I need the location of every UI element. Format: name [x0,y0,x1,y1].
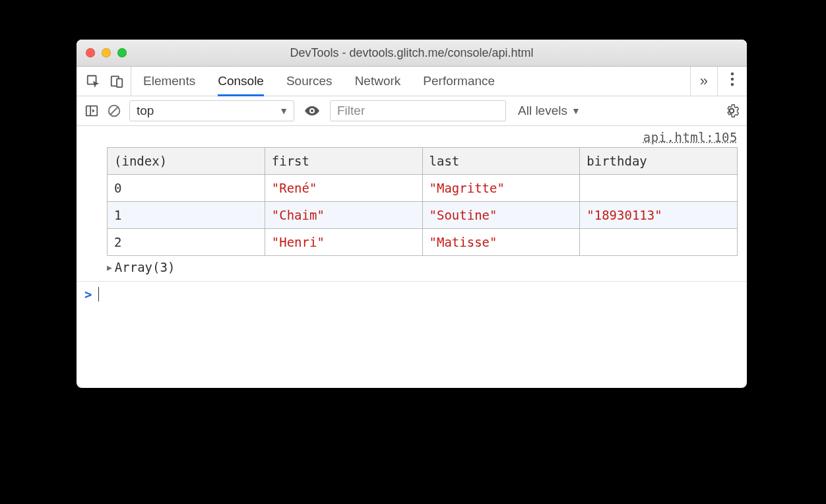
devtools-window: DevTools - devtools.glitch.me/console/ap… [77,40,747,388]
cell-last: "Magritte" [422,175,580,202]
table-row[interactable]: 0 "René" "Magritte" [108,175,738,202]
object-expand-toggle[interactable]: ▶ Array(3) [107,260,747,274]
col-header-first[interactable]: first [265,148,422,175]
cell-birthday [580,175,738,202]
tab-label: Sources [286,74,333,88]
tab-network[interactable]: Network [355,67,401,96]
cell-index: 2 [108,229,265,256]
inspect-element-icon[interactable] [86,74,100,88]
tab-elements[interactable]: Elements [143,67,195,96]
clear-console-icon[interactable] [107,104,121,118]
maximize-button[interactable] [117,48,127,57]
close-button[interactable] [86,48,95,57]
table-row[interactable]: 1 "Chaim" "Soutine" "18930113" [108,202,738,229]
panel-tabs-row: Elements Console Sources Network Perform… [77,67,747,96]
svg-point-4 [731,78,734,81]
source-link[interactable]: api.html:105 [643,130,738,144]
cell-last: "Matisse" [422,229,580,256]
cell-first: "Chaim" [265,202,422,229]
console-settings-icon[interactable] [724,104,739,118]
device-toolbar-icon[interactable] [110,74,124,88]
tab-console[interactable]: Console [218,67,264,96]
cell-first: "René" [265,175,422,202]
kebab-icon [730,72,734,90]
cell-index: 1 [108,202,265,229]
tab-sources[interactable]: Sources [286,67,333,96]
cell-index: 0 [108,175,265,202]
cell-first: "Henri" [265,229,422,256]
tabs-overflow-button[interactable]: » [690,67,718,96]
inspect-tools [77,67,131,96]
chevron-right-double-icon: » [700,73,708,90]
log-levels-selector[interactable]: All levels ▼ [518,104,581,118]
text-cursor [98,287,99,301]
toggle-sidebar-icon[interactable] [84,104,99,118]
cell-birthday [580,229,738,256]
cell-birthday: "18930113" [580,202,738,229]
tab-label: Elements [143,74,195,88]
svg-point-5 [731,83,734,86]
live-expression-icon[interactable] [303,104,321,118]
col-header-last[interactable]: last [422,148,580,175]
window-title: DevTools - devtools.glitch.me/console/ap… [77,46,747,60]
console-table: (index) first last birthday 0 "René" "Ma… [107,147,738,256]
triangle-right-icon: ▶ [107,263,112,272]
filter-input[interactable] [330,100,506,121]
svg-rect-2 [117,79,122,87]
tab-performance[interactable]: Performance [423,67,495,96]
tab-label: Console [218,74,264,88]
chevron-down-icon: ▼ [279,106,288,116]
svg-rect-6 [86,106,98,116]
tab-label: Network [355,74,401,88]
svg-point-10 [730,109,734,113]
table-row[interactable]: 2 "Henri" "Matisse" [108,229,738,256]
object-summary: Array(3) [115,260,175,274]
levels-label: All levels [518,104,567,118]
tab-label: Performance [423,74,495,88]
prompt-caret-icon: > [84,287,92,301]
minimize-button[interactable] [102,48,111,57]
console-body: api.html:105 (index) first last birthday… [77,126,747,388]
context-selector[interactable]: top ▼ [129,100,294,121]
console-prompt[interactable]: > [77,281,747,301]
col-header-birthday[interactable]: birthday [580,148,738,175]
titlebar: DevTools - devtools.glitch.me/console/ap… [77,40,747,67]
more-menu-button[interactable] [718,67,747,96]
context-label: top [137,104,154,118]
cell-last: "Soutine" [422,202,580,229]
chevron-down-icon: ▼ [571,106,581,116]
panel-tabs: Elements Console Sources Network Perform… [131,67,690,96]
col-header-index[interactable]: (index) [108,148,265,175]
window-controls [86,48,127,57]
svg-point-3 [731,73,734,76]
console-toolbar: top ▼ All levels ▼ [77,96,747,126]
svg-point-9 [311,110,313,112]
